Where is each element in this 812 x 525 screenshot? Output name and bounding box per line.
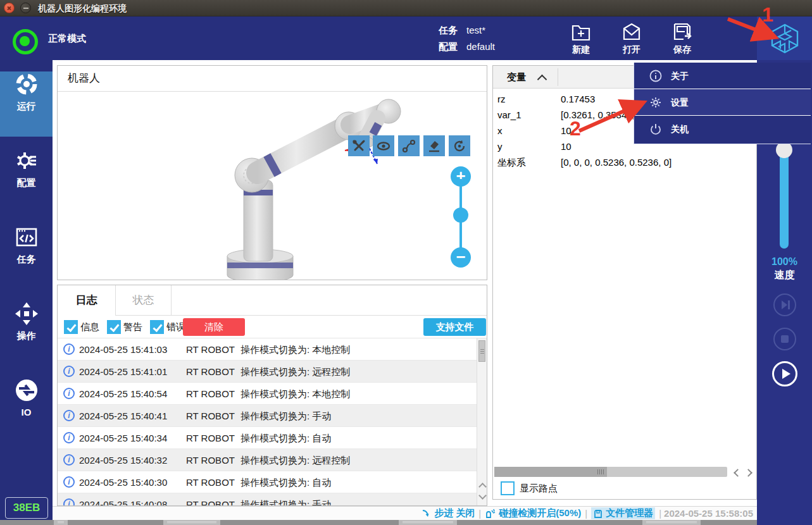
filter-warning-label: 警告	[123, 320, 142, 334]
view-rotate-button[interactable]	[449, 135, 470, 156]
zoom-slider-handle[interactable]	[453, 207, 468, 223]
support-files-button[interactable]: 支持文件	[423, 318, 486, 336]
app-logo-cube-icon	[769, 23, 801, 54]
filter-info-checkbox[interactable]	[64, 320, 78, 334]
eye-icon	[377, 139, 390, 153]
log-message: 操作模式切换为: 手动	[240, 405, 331, 427]
robot-arm-render	[58, 92, 487, 280]
window-minimize-icon[interactable]	[20, 3, 31, 13]
robot-3d-panel: 机器人	[57, 65, 487, 280]
log-scrollbar-thumb[interactable]	[478, 340, 485, 362]
menu-item-shutdown[interactable]: 关机	[634, 116, 811, 142]
os-titlebar: 机器人图形化编程环境	[0, 0, 812, 16]
task-label: 任务	[439, 25, 458, 35]
view-tools-button[interactable]	[348, 135, 370, 156]
log-scrollbar[interactable]	[477, 338, 487, 505]
scroll-up-icon[interactable]	[478, 481, 486, 489]
robot-3d-view[interactable]: + −	[58, 92, 487, 280]
variable-value: 10	[561, 139, 572, 154]
filter-warning-checkbox[interactable]	[107, 320, 121, 334]
log-time: 2024-05-25 15:41:01	[79, 361, 167, 383]
variables-hscrollbar[interactable]	[494, 467, 727, 477]
info-icon	[649, 70, 662, 82]
view-path-button[interactable]	[398, 135, 420, 156]
log-info-icon: i	[63, 388, 75, 399]
variable-row[interactable]: 坐标系 [0, 0, 0, 0.5236, 0.5236, 0]	[493, 154, 756, 170]
log-message: 操作模式切换为: 本地控制	[240, 338, 350, 361]
variable-value: [0.3261, 0.35348, 0	[561, 107, 642, 123]
log-row[interactable]: i 2024-05-25 15:40:32 RT ROBOT 操作模式切换为: …	[58, 449, 477, 471]
log-row[interactable]: i 2024-05-25 15:40:41 RT ROBOT 操作模式切换为: …	[58, 405, 477, 427]
log-message: 操作模式切换为: 本地控制	[240, 383, 350, 405]
step-icon	[422, 509, 432, 519]
variable-name: var_1	[497, 107, 522, 123]
collision-detection-status[interactable]: 碰撞检测开启(50%)	[485, 507, 581, 519]
view-erase-button[interactable]	[423, 135, 445, 156]
scroll-right-icon[interactable]	[745, 468, 754, 477]
view-visibility-button[interactable]	[373, 135, 394, 156]
log-message: 操作模式切换为: 远程控制	[240, 449, 350, 471]
speed-slider-track[interactable]	[780, 149, 789, 249]
scroll-left-icon[interactable]	[732, 468, 741, 477]
variable-name: 坐标系	[497, 154, 526, 170]
step-forward-button[interactable]	[773, 293, 796, 316]
clear-log-button[interactable]: 清除	[183, 318, 245, 336]
show-waypoints-checkbox[interactable]	[501, 481, 515, 495]
zoom-out-button[interactable]: −	[451, 247, 471, 268]
jog-arrows-icon	[14, 301, 39, 326]
variables-hscrollbar-thumb[interactable]	[494, 467, 607, 477]
log-row[interactable]: i 2024-05-25 15:40:08 RT ROBOT 操作模式切换为: …	[58, 493, 477, 505]
save-button[interactable]: 保存	[659, 18, 705, 59]
log-panel: 日志 状态 信息 警告 错误 清除 支持文件 i 2024-05-25 15:4…	[57, 285, 487, 506]
open-button[interactable]: 打开	[609, 18, 654, 59]
variable-name: rz	[497, 91, 506, 107]
variables-header-label: 变量	[507, 66, 526, 89]
path-icon	[402, 139, 416, 153]
rotate-icon	[453, 139, 466, 153]
app-dropdown-menu: 关于 设置 关机	[634, 63, 811, 144]
menu-item-settings[interactable]: 设置	[634, 89, 811, 116]
filter-error-checkbox[interactable]	[150, 320, 164, 334]
log-row[interactable]: i 2024-05-25 15:40:34 RT ROBOT 操作模式切换为: …	[58, 427, 477, 449]
sidebar-item-run[interactable]: 运行	[0, 71, 53, 137]
window-close-icon[interactable]	[4, 3, 15, 13]
file-manager-status[interactable]: 文件管理器	[591, 507, 655, 519]
log-time: 2024-05-25 15:40:08	[79, 493, 167, 505]
sidebar-item-config[interactable]: 配置	[0, 148, 53, 213]
main-menu-button[interactable]	[757, 16, 812, 60]
tab-log[interactable]: 日志	[58, 285, 116, 316]
save-icon	[671, 21, 693, 42]
stop-button[interactable]	[773, 328, 796, 350]
log-message: 操作模式切换为: 远程控制	[240, 361, 350, 383]
tab-status[interactable]: 状态	[116, 285, 172, 316]
speed-label: 速度	[757, 269, 812, 282]
log-source: RT ROBOT	[186, 493, 235, 505]
variable-value: [0, 0, 0, 0.5236, 0.5236, 0]	[561, 154, 671, 170]
file-manager-icon	[593, 509, 603, 519]
config-value: default	[466, 41, 495, 52]
log-message: 操作模式切换为: 自动	[240, 471, 331, 493]
filter-info-label: 信息	[80, 320, 99, 334]
log-row[interactable]: i 2024-05-25 15:41:03 RT ROBOT 操作模式切换为: …	[58, 338, 477, 361]
new-button[interactable]: 新建	[558, 18, 604, 59]
sidebar-item-jog[interactable]: 操作	[0, 301, 53, 366]
sidebar-item-task[interactable]: 任务	[0, 225, 53, 290]
log-source: RT ROBOT	[186, 449, 235, 471]
menu-item-about[interactable]: 关于	[634, 63, 811, 89]
scroll-down-icon[interactable]	[478, 493, 486, 500]
task-config-meta: 任务test* 配置default	[439, 22, 495, 55]
log-row[interactable]: i 2024-05-25 15:40:30 RT ROBOT 操作模式切换为: …	[58, 471, 477, 493]
robot-programming-app: 机器人图形化编程环境 正常模式 任务test* 配置default 新建 打开	[0, 0, 812, 525]
log-time: 2024-05-25 15:40:41	[79, 405, 167, 427]
play-button[interactable]	[772, 361, 797, 386]
config-gear-icon	[14, 148, 39, 173]
sidebar-item-io[interactable]: IO	[0, 378, 53, 443]
log-row[interactable]: i 2024-05-25 15:40:54 RT ROBOT 操作模式切换为: …	[58, 383, 477, 405]
log-info-icon: i	[63, 498, 75, 505]
status-timestamp: 2024-05-25 15:58:05	[664, 508, 753, 519]
step-mode-status[interactable]: 步进 关闭	[422, 507, 475, 519]
log-source: RT ROBOT	[186, 338, 235, 361]
log-info-icon: i	[63, 454, 75, 466]
log-info-icon: i	[63, 432, 75, 443]
log-row[interactable]: i 2024-05-25 15:41:01 RT ROBOT 操作模式切换为: …	[58, 361, 477, 383]
